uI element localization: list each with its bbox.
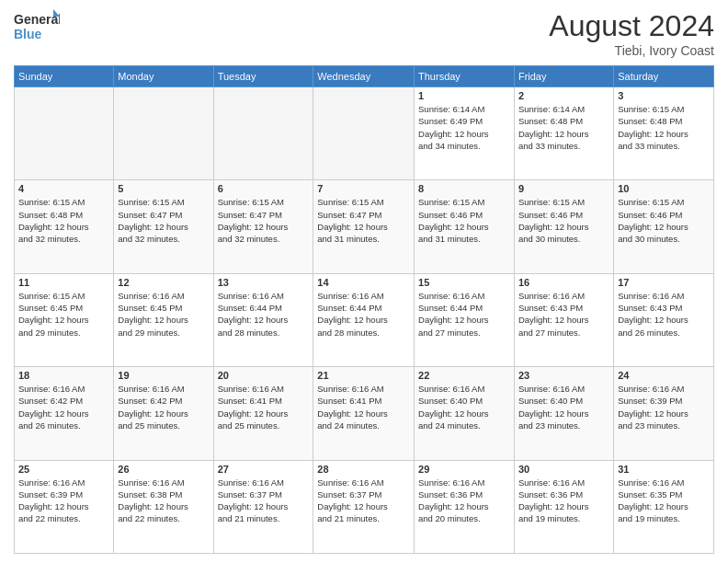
day-number: 17 [618,277,710,288]
svg-text:General: General [14,12,60,27]
calendar-cell: 21Sunrise: 6:16 AMSunset: 6:41 PMDayligh… [313,367,415,460]
day-info: Sunrise: 6:16 AMSunset: 6:44 PMDaylight:… [418,290,510,339]
svg-text:Blue: Blue [14,27,42,41]
calendar-cell: 25Sunrise: 6:16 AMSunset: 6:39 PMDayligh… [15,460,114,553]
day-number: 5 [118,183,209,194]
day-info: Sunrise: 6:15 AMSunset: 6:46 PMDaylight:… [418,196,510,245]
day-number: 20 [218,370,310,381]
calendar-cell: 31Sunrise: 6:16 AMSunset: 6:35 PMDayligh… [614,460,714,553]
logo-svg: General Blue [14,9,60,46]
day-info: Sunrise: 6:15 AMSunset: 6:47 PMDaylight:… [317,196,410,245]
day-info: Sunrise: 6:16 AMSunset: 6:40 PMDaylight:… [518,383,609,431]
day-info: Sunrise: 6:16 AMSunset: 6:40 PMDaylight:… [418,383,510,431]
day-number: 28 [317,464,410,475]
title-area: August 2024 Tiebi, Ivory Coast [549,9,714,58]
day-header: Thursday [415,66,515,87]
calendar-cell: 29Sunrise: 6:16 AMSunset: 6:36 PMDayligh… [415,460,515,553]
day-info: Sunrise: 6:16 AMSunset: 6:39 PMDaylight:… [618,383,710,431]
day-number: 2 [518,90,609,101]
calendar-cell: 12Sunrise: 6:16 AMSunset: 6:45 PMDayligh… [114,273,213,366]
day-info: Sunrise: 6:16 AMSunset: 6:44 PMDaylight:… [317,290,410,339]
day-number: 25 [18,464,109,475]
day-header: Wednesday [313,66,415,87]
calendar-cell [213,87,313,180]
calendar-cell: 2Sunrise: 6:14 AMSunset: 6:48 PMDaylight… [514,87,613,180]
calendar-cell [313,87,415,180]
day-number: 6 [218,183,310,194]
day-number: 19 [118,370,209,381]
day-info: Sunrise: 6:15 AMSunset: 6:45 PMDaylight:… [18,290,109,339]
calendar-cell: 3Sunrise: 6:15 AMSunset: 6:48 PMDaylight… [614,87,714,180]
calendar-cell: 30Sunrise: 6:16 AMSunset: 6:36 PMDayligh… [514,460,613,553]
day-info: Sunrise: 6:16 AMSunset: 6:43 PMDaylight:… [618,290,710,339]
day-info: Sunrise: 6:16 AMSunset: 6:42 PMDaylight:… [118,383,209,431]
day-number: 30 [518,464,609,475]
page: General Blue August 2024 Tiebi, Ivory Co… [0,0,728,563]
day-number: 3 [618,90,710,101]
calendar-cell: 24Sunrise: 6:16 AMSunset: 6:39 PMDayligh… [614,367,714,460]
day-info: Sunrise: 6:16 AMSunset: 6:45 PMDaylight:… [118,290,209,339]
day-info: Sunrise: 6:15 AMSunset: 6:46 PMDaylight:… [618,196,710,245]
logo: General Blue [14,9,60,46]
header: General Blue August 2024 Tiebi, Ivory Co… [14,9,714,58]
day-number: 27 [218,464,310,475]
calendar-cell: 19Sunrise: 6:16 AMSunset: 6:42 PMDayligh… [114,367,213,460]
day-info: Sunrise: 6:15 AMSunset: 6:46 PMDaylight:… [518,196,609,245]
day-number: 29 [418,464,510,475]
day-info: Sunrise: 6:16 AMSunset: 6:35 PMDaylight:… [618,477,710,525]
day-number: 9 [518,183,609,194]
calendar-cell: 28Sunrise: 6:16 AMSunset: 6:37 PMDayligh… [313,460,415,553]
day-number: 24 [618,370,710,381]
calendar-cell: 23Sunrise: 6:16 AMSunset: 6:40 PMDayligh… [514,367,613,460]
location: Tiebi, Ivory Coast [549,43,714,58]
day-info: Sunrise: 6:16 AMSunset: 6:36 PMDaylight:… [418,477,510,525]
day-number: 18 [18,370,109,381]
calendar-cell: 1Sunrise: 6:14 AMSunset: 6:49 PMDaylight… [415,87,515,180]
day-number: 1 [418,90,510,101]
calendar: SundayMondayTuesdayWednesdayThursdayFrid… [14,65,714,554]
day-info: Sunrise: 6:16 AMSunset: 6:36 PMDaylight:… [518,477,609,525]
calendar-cell: 22Sunrise: 6:16 AMSunset: 6:40 PMDayligh… [415,367,515,460]
calendar-cell: 8Sunrise: 6:15 AMSunset: 6:46 PMDaylight… [415,180,515,273]
day-info: Sunrise: 6:15 AMSunset: 6:48 PMDaylight:… [618,103,710,152]
day-number: 7 [317,183,410,194]
day-number: 10 [618,183,710,194]
calendar-cell: 26Sunrise: 6:16 AMSunset: 6:38 PMDayligh… [114,460,213,553]
day-number: 21 [317,370,410,381]
calendar-cell: 15Sunrise: 6:16 AMSunset: 6:44 PMDayligh… [415,273,515,366]
month-title: August 2024 [549,9,714,43]
calendar-cell: 17Sunrise: 6:16 AMSunset: 6:43 PMDayligh… [614,273,714,366]
day-header: Sunday [15,66,114,87]
day-number: 31 [618,464,710,475]
day-info: Sunrise: 6:14 AMSunset: 6:49 PMDaylight:… [418,103,510,152]
calendar-cell: 4Sunrise: 6:15 AMSunset: 6:48 PMDaylight… [15,180,114,273]
day-info: Sunrise: 6:16 AMSunset: 6:37 PMDaylight:… [317,477,410,525]
day-number: 14 [317,277,410,288]
day-info: Sunrise: 6:15 AMSunset: 6:47 PMDaylight:… [218,196,310,245]
day-number: 26 [118,464,209,475]
day-number: 11 [18,277,109,288]
day-number: 23 [518,370,609,381]
day-header: Friday [514,66,613,87]
calendar-cell: 27Sunrise: 6:16 AMSunset: 6:37 PMDayligh… [213,460,313,553]
day-header: Tuesday [213,66,313,87]
day-number: 22 [418,370,510,381]
day-number: 13 [218,277,310,288]
day-info: Sunrise: 6:16 AMSunset: 6:38 PMDaylight:… [118,477,209,525]
day-info: Sunrise: 6:15 AMSunset: 6:47 PMDaylight:… [118,196,209,245]
calendar-cell: 13Sunrise: 6:16 AMSunset: 6:44 PMDayligh… [213,273,313,366]
day-number: 16 [518,277,609,288]
day-number: 8 [418,183,510,194]
day-info: Sunrise: 6:16 AMSunset: 6:41 PMDaylight:… [218,383,310,431]
calendar-cell: 6Sunrise: 6:15 AMSunset: 6:47 PMDaylight… [213,180,313,273]
day-info: Sunrise: 6:16 AMSunset: 6:43 PMDaylight:… [518,290,609,339]
calendar-cell: 11Sunrise: 6:15 AMSunset: 6:45 PMDayligh… [15,273,114,366]
calendar-cell: 9Sunrise: 6:15 AMSunset: 6:46 PMDaylight… [514,180,613,273]
calendar-cell [114,87,213,180]
day-info: Sunrise: 6:16 AMSunset: 6:39 PMDaylight:… [18,477,109,525]
calendar-cell [15,87,114,180]
calendar-cell: 16Sunrise: 6:16 AMSunset: 6:43 PMDayligh… [514,273,613,366]
calendar-cell: 10Sunrise: 6:15 AMSunset: 6:46 PMDayligh… [614,180,714,273]
day-number: 12 [118,277,209,288]
calendar-cell: 20Sunrise: 6:16 AMSunset: 6:41 PMDayligh… [213,367,313,460]
